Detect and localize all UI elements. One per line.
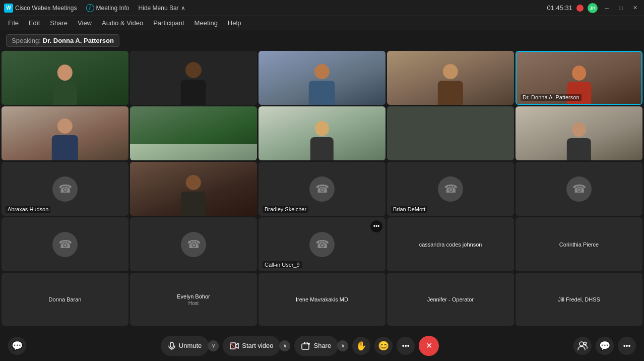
phone-icon-callin: ☎ — [309, 232, 335, 257]
phone-icon-16: ☎ — [52, 232, 78, 257]
video-cell-donna[interactable]: Donna Baran — [2, 273, 128, 326]
video-cell-bradley[interactable]: ☎ Bradley Skelcher — [259, 162, 385, 216]
video-cell-17[interactable]: ☎ — [130, 217, 257, 271]
info-icon: i — [86, 4, 94, 12]
hide-menu-button[interactable]: Hide Menu Bar ∧ — [139, 5, 185, 12]
video-cell-dr-donna[interactable]: Dr. Donna A. Patterson — [516, 51, 642, 105]
menu-view[interactable]: View — [74, 18, 96, 28]
video-cell-2[interactable] — [130, 51, 257, 105]
video-cell-corinthia[interactable]: Corinthia Pierce — [516, 217, 642, 271]
video-caret[interactable]: ∨ — [279, 340, 290, 351]
video-cell-irene[interactable]: Irene Mavrakakis MD — [259, 273, 385, 326]
phone-icon-abraxas: ☎ — [52, 176, 78, 202]
minimize-button[interactable]: ─ — [602, 3, 612, 13]
unmute-button[interactable]: Unmute — [161, 336, 209, 356]
chat-right-button[interactable]: 💬 — [596, 337, 614, 355]
start-video-label: Start video — [242, 342, 273, 349]
share-caret[interactable]: ∨ — [337, 340, 348, 351]
meeting-info-label: Meeting Info — [96, 5, 130, 12]
participant-name-brian: Brian DeMott — [391, 206, 427, 213]
hide-menu-label: Hide Menu Bar — [139, 5, 179, 12]
participant-name-cassandra: cassandra codes johnson — [387, 241, 514, 248]
raise-hand-button[interactable]: ✋ — [352, 337, 370, 355]
participant-name-bradley: Bradley Skelcher — [263, 206, 308, 213]
user-avatar: JH — [588, 3, 598, 13]
video-cell-6[interactable] — [2, 106, 128, 160]
title-bar-right: 01:45:31 JH ─ □ ✕ — [547, 3, 640, 13]
phone-icon-17: ☎ — [181, 232, 206, 257]
speaking-bar: Speaking: Dr. Donna A. Patterson — [0, 30, 644, 51]
video-cell-10[interactable] — [516, 106, 642, 160]
bottom-toolbar: 💬 Unmute ∨ Start vide — [0, 330, 644, 361]
participant-name-abraxas: Abraxas Hudson — [6, 206, 50, 213]
unmute-caret[interactable]: ∨ — [208, 340, 219, 351]
chat-left-button[interactable]: 💬 — [8, 337, 26, 355]
app-name: Cisco Webex Meetings — [15, 5, 77, 12]
unmute-label: Unmute — [179, 342, 202, 349]
video-cell-12[interactable] — [130, 162, 257, 216]
meeting-time: 01:45:31 — [547, 4, 572, 12]
video-cell-evelyn[interactable]: Evelyn Bohor Host — [130, 273, 257, 326]
menu-audio-video[interactable]: Audio & Video — [98, 18, 147, 28]
recording-indicator — [576, 5, 584, 12]
phone-icon-bradley: ☎ — [309, 176, 335, 202]
svg-rect-0 — [170, 342, 173, 347]
participant-name-corinthia: Corinthia Pierce — [516, 241, 642, 248]
video-cell-7[interactable] — [130, 106, 257, 160]
menu-participant[interactable]: Participant — [149, 18, 188, 28]
svg-line-3 — [230, 343, 236, 349]
video-cell-3[interactable] — [259, 51, 385, 105]
video-cell-8[interactable] — [259, 106, 385, 160]
video-cell-jill[interactable]: Jill Fredel, DHSS — [516, 273, 642, 326]
title-bar-left: W Cisco Webex Meetings i Meeting Info Hi… — [4, 3, 185, 13]
speaking-indicator: Speaking: Dr. Donna A. Patterson — [6, 34, 119, 47]
menu-edit[interactable]: Edit — [25, 18, 44, 28]
menu-meeting[interactable]: Meeting — [190, 18, 222, 28]
menu-share[interactable]: Share — [46, 18, 72, 28]
toolbar-left: 💬 — [8, 337, 26, 355]
share-label: Share — [313, 342, 331, 349]
end-call-button[interactable]: ✕ — [419, 336, 439, 356]
phone-icon-brian: ☎ — [438, 176, 463, 202]
share-button[interactable]: Share — [294, 336, 338, 356]
video-cell-callin[interactable]: ☎ ••• Call-in User_9 — [259, 217, 385, 271]
participant-name-donna: Donna Baran — [2, 296, 128, 303]
maximize-button[interactable]: □ — [616, 3, 626, 13]
start-video-button[interactable]: Start video — [223, 336, 280, 356]
participant-name-jennifer: Jennifer - Operator — [387, 296, 514, 303]
app-logo: W Cisco Webex Meetings — [4, 4, 77, 13]
video-cell-abraxas[interactable]: ☎ Abraxas Hudson — [2, 162, 128, 216]
video-grid: Dr. Donna A. Patterson ☎ — [2, 51, 642, 326]
phone-icon-15: ☎ — [566, 176, 592, 202]
speaking-name: Dr. Donna A. Patterson — [43, 37, 114, 44]
cell-more-button[interactable]: ••• — [370, 220, 382, 232]
title-bar: W Cisco Webex Meetings i Meeting Info Hi… — [0, 0, 644, 16]
svg-point-6 — [579, 342, 584, 346]
more-options-button[interactable]: ••• — [397, 337, 415, 355]
speaking-prefix: Speaking: — [12, 37, 41, 44]
video-cell-brian[interactable]: ☎ Brian DeMott — [387, 162, 514, 216]
video-cell-1[interactable] — [2, 51, 128, 105]
host-badge-evelyn: Host — [130, 300, 257, 306]
svg-point-7 — [584, 342, 586, 344]
participant-name-callin: Call-in User_9 — [263, 261, 302, 268]
menu-file[interactable]: File — [4, 18, 23, 28]
more-right-button[interactable]: ••• — [618, 337, 636, 355]
video-cell-9[interactable] — [387, 106, 514, 160]
participants-button[interactable] — [573, 337, 592, 355]
menu-bar: File Edit Share View Audio & Video Parti… — [0, 16, 644, 30]
menu-help[interactable]: Help — [224, 18, 245, 28]
video-cell-16[interactable]: ☎ — [2, 217, 128, 271]
video-cell-15[interactable]: ☎ — [516, 162, 642, 216]
participant-name-irene: Irene Mavrakakis MD — [259, 296, 385, 303]
reactions-button[interactable]: 😊 — [374, 337, 393, 355]
video-cell-4[interactable] — [387, 51, 514, 105]
meeting-info-button[interactable]: i Meeting Info — [83, 3, 133, 13]
toolbar-right: 💬 ••• — [573, 337, 636, 355]
video-cell-cassandra[interactable]: cassandra codes johnson — [387, 217, 514, 271]
participant-name-dr-donna: Dr. Donna A. Patterson — [521, 94, 582, 101]
chevron-up-icon: ∧ — [181, 5, 185, 12]
close-button[interactable]: ✕ — [630, 3, 640, 13]
video-cell-jennifer[interactable]: Jennifer - Operator — [387, 273, 514, 326]
svg-point-5 — [308, 343, 310, 345]
